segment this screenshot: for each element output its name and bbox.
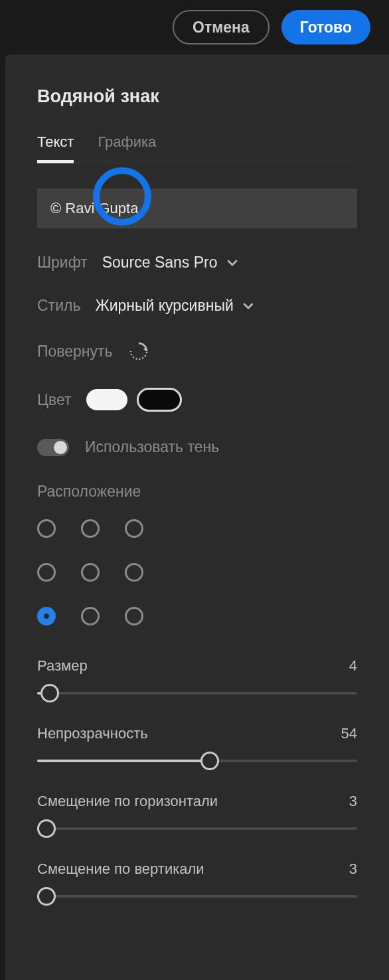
- slider-size-label: Размер: [37, 657, 88, 675]
- font-row: Шрифт Source Sans Pro: [37, 254, 357, 272]
- position-middle-center[interactable]: [81, 563, 100, 582]
- font-label: Шрифт: [37, 254, 88, 272]
- position-bottom-center[interactable]: [81, 607, 100, 625]
- slider-size-track[interactable]: [37, 684, 357, 702]
- slider-offsetx-value: 3: [349, 793, 357, 810]
- top-toolbar: Отмена Готово: [0, 0, 389, 54]
- done-button[interactable]: Готово: [281, 10, 370, 44]
- slider-offsety: Смещение по вертикали 3: [37, 860, 357, 906]
- slider-opacity-track[interactable]: [37, 752, 357, 770]
- style-dropdown[interactable]: Жирный курсивный: [95, 297, 253, 315]
- slider-offsetx: Смещение по горизонтали 3: [37, 793, 357, 838]
- position-label: Расположение: [37, 483, 357, 501]
- shadow-label: Использовать тень: [85, 438, 219, 456]
- tab-text[interactable]: Текст: [37, 133, 74, 163]
- position-middle-right[interactable]: [125, 563, 143, 582]
- position-top-right[interactable]: [125, 519, 143, 538]
- slider-opacity-label: Непрозрачность: [37, 725, 148, 742]
- font-dropdown[interactable]: Source Sans Pro: [102, 254, 238, 272]
- tabs: Текст Графика: [37, 133, 357, 163]
- rotate-label: Повернуть: [37, 343, 113, 361]
- tab-graphics[interactable]: Графика: [98, 133, 156, 163]
- color-label: Цвет: [37, 391, 72, 409]
- position-top-center[interactable]: [81, 519, 100, 538]
- color-swatch-black[interactable]: [137, 388, 182, 412]
- slider-size-thumb[interactable]: [40, 684, 59, 702]
- color-swatches: [86, 388, 182, 412]
- slider-size: Размер 4: [37, 657, 357, 702]
- slider-offsety-label: Смещение по вертикали: [37, 860, 204, 878]
- rotate-icon[interactable]: [127, 340, 150, 363]
- slider-offsetx-track[interactable]: [37, 819, 357, 838]
- slider-offsety-value: 3: [349, 860, 357, 878]
- panel-title: Водяной знак: [37, 86, 357, 107]
- color-swatch-white[interactable]: [86, 389, 127, 410]
- font-value: Source Sans Pro: [102, 254, 218, 272]
- position-grid: [37, 519, 357, 627]
- slider-size-value: 4: [349, 657, 357, 675]
- position-top-left[interactable]: [37, 519, 56, 538]
- position-bottom-right[interactable]: [125, 607, 143, 625]
- slider-offsetx-label: Смещение по горизонтали: [37, 793, 218, 810]
- watermark-panel: Водяной знак Текст Графика Шрифт Source …: [5, 54, 389, 980]
- sliders-section: Размер 4 Непрозрачность 54 Смещение: [37, 657, 357, 906]
- slider-offsety-thumb[interactable]: [37, 887, 56, 906]
- slider-opacity-value: 54: [341, 725, 357, 742]
- chevron-down-icon: [227, 258, 238, 268]
- position-bottom-left[interactable]: [37, 607, 56, 625]
- slider-opacity-thumb[interactable]: [200, 752, 219, 770]
- position-middle-left[interactable]: [37, 563, 56, 582]
- style-row: Стиль Жирный курсивный: [37, 297, 357, 315]
- slider-opacity: Непрозрачность 54: [37, 725, 357, 770]
- style-value: Жирный курсивный: [95, 297, 233, 315]
- chevron-down-icon: [243, 301, 254, 311]
- shadow-toggle[interactable]: [37, 439, 69, 456]
- slider-offsetx-thumb[interactable]: [37, 819, 56, 838]
- style-label: Стиль: [37, 297, 80, 315]
- cancel-button[interactable]: Отмена: [173, 10, 270, 44]
- rotate-row: Повернуть: [37, 340, 357, 363]
- slider-offsety-track[interactable]: [37, 887, 357, 906]
- color-row: Цвет: [37, 388, 357, 412]
- watermark-text-input[interactable]: [37, 189, 357, 228]
- shadow-row: Использовать тень: [37, 438, 357, 456]
